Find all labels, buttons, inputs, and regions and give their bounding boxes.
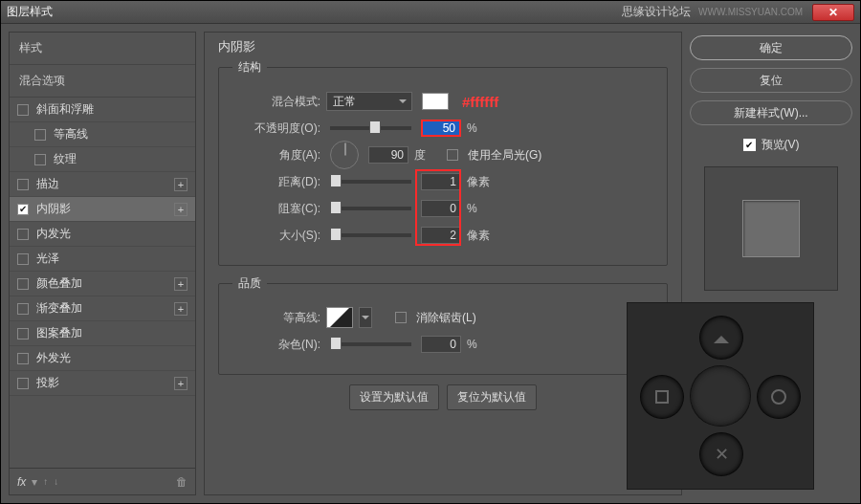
angle-unit: 度 [414,147,426,164]
opacity-slider[interactable] [330,126,411,130]
style-checkbox[interactable] [17,204,29,215]
blend-mode-select[interactable]: 正常 [326,92,412,111]
size-slider[interactable] [330,233,411,237]
circle-icon [771,389,786,405]
angle-dial[interactable] [330,141,359,169]
distance-input[interactable]: 1 [421,173,461,190]
style-checkbox[interactable] [17,179,29,190]
style-checkbox[interactable] [17,104,29,116]
style-checkbox[interactable] [34,154,46,165]
styles-list: 斜面和浮雕等高线纹理描边+内阴影+内发光光泽颜色叠加+渐变叠加+图案叠加外发光投… [10,98,195,468]
make-default-button[interactable]: 设置为默认值 [349,384,439,410]
titlebar[interactable]: 图层样式 思缘设计论坛 WWW.MISSYUAN.COM ✕ [1,1,860,24]
close-button[interactable]: ✕ [812,4,854,21]
style-row-9[interactable]: 图案叠加 [10,321,195,346]
style-label: 渐变叠加 [36,300,174,317]
angle-label: 角度(A): [232,147,320,164]
style-row-7[interactable]: 颜色叠加+ [10,272,195,296]
forum-label: 思缘设计论坛 [622,4,691,20]
style-row-3[interactable]: 描边+ [10,172,195,197]
options-panel: 内阴影 结构 混合模式: 正常 #ffffff 不透明度(O): 50 % 角度… [204,32,682,495]
antialias-checkbox[interactable] [395,312,407,323]
style-label: 颜色叠加 [36,275,174,292]
dpad-overlay: ✕ [627,302,814,490]
antialias-label: 消除锯齿(L) [416,310,476,326]
choke-input[interactable]: 0 [421,200,461,217]
preview-label: 预览(V) [762,137,800,153]
style-row-2[interactable]: 纹理 [10,147,195,172]
quality-group: 品质 等高线: 消除锯齿(L) 杂色(N): 0 % [218,275,668,375]
style-label: 斜面和浮雕 [36,101,188,118]
style-checkbox[interactable] [17,378,29,389]
style-checkbox[interactable] [34,129,46,141]
style-row-0[interactable]: 斜面和浮雕 [10,98,195,122]
add-instance-icon[interactable]: + [174,377,188,390]
styles-header[interactable]: 样式 [10,33,195,65]
style-row-10[interactable]: 外发光 [10,346,195,371]
style-label: 描边 [36,176,174,192]
opacity-label: 不透明度(O): [232,121,320,137]
style-row-4[interactable]: 内阴影+ [10,197,195,222]
structure-group: 结构 混合模式: 正常 #ffffff 不透明度(O): 50 % 角度(A):… [218,59,668,266]
noise-slider[interactable] [330,342,411,346]
add-instance-icon[interactable]: + [174,203,188,216]
distance-label: 距离(D): [232,174,320,190]
layer-style-dialog: 图层样式 思缘设计论坛 WWW.MISSYUAN.COM ✕ 样式 混合选项 斜… [0,0,861,504]
style-row-1[interactable]: 等高线 [10,122,195,147]
style-label: 外发光 [36,350,188,366]
dpad-circle-button[interactable] [758,376,800,418]
effect-title: 内阴影 [218,38,668,55]
add-instance-icon[interactable]: + [174,277,188,291]
style-row-6[interactable]: 光泽 [10,247,195,272]
global-light-label: 使用全局光(G) [468,147,541,164]
dpad-square-button[interactable] [641,376,683,418]
noise-label: 杂色(N): [232,337,320,353]
dpad-cross-button[interactable]: ✕ [700,433,742,475]
add-instance-icon[interactable]: + [174,178,188,191]
style-checkbox[interactable] [17,328,29,340]
color-swatch[interactable] [422,93,449,110]
size-label: 大小(S): [232,228,320,244]
choke-label: 阻塞(C): [232,201,320,217]
contour-dropdown[interactable] [359,307,372,328]
styles-footer: fx ▾ ↑ ↓ 🗑 [10,468,195,494]
style-checkbox[interactable] [17,303,29,315]
opacity-input[interactable]: 50 [421,120,461,137]
style-checkbox[interactable] [17,229,29,240]
blending-options-header[interactable]: 混合选项 [10,65,195,98]
quality-legend: 品质 [232,275,267,292]
chevron-down-icon[interactable]: ▾ [32,475,37,489]
style-row-11[interactable]: 投影+ [10,371,195,396]
preview-checkbox[interactable]: ✔ [743,139,756,151]
style-row-5[interactable]: 内发光 [10,222,195,247]
style-row-8[interactable]: 渐变叠加+ [10,296,195,321]
style-label: 光泽 [36,251,188,267]
style-checkbox[interactable] [17,353,29,364]
add-instance-icon[interactable]: + [174,302,188,316]
opacity-unit: % [467,121,477,135]
new-style-button[interactable]: 新建样式(W)... [690,100,852,125]
contour-picker[interactable] [326,307,353,328]
arrow-down-icon[interactable]: ↓ [54,476,58,487]
contour-label: 等高线: [232,310,320,326]
color-annotation: #ffffff [462,94,498,110]
arrow-up-icon[interactable]: ↑ [43,476,48,487]
style-checkbox[interactable] [17,253,29,265]
fx-icon[interactable]: fx [17,475,26,489]
angle-input[interactable]: 90 [368,146,408,164]
dpad-triangle-button[interactable] [700,317,742,359]
ok-button[interactable]: 确定 [690,35,852,60]
choke-slider[interactable] [330,207,411,210]
trash-icon[interactable]: 🗑 [176,475,188,489]
distance-slider[interactable] [330,180,411,184]
cancel-button[interactable]: 复位 [690,68,852,93]
style-label: 纹理 [54,151,188,167]
noise-input[interactable]: 0 [421,336,461,353]
global-light-checkbox[interactable] [447,149,458,161]
style-checkbox[interactable] [17,278,29,290]
dpad-ring [691,366,750,426]
size-input[interactable]: 2 [421,227,461,244]
reset-default-button[interactable]: 复位为默认值 [447,384,537,410]
styles-panel: 样式 混合选项 斜面和浮雕等高线纹理描边+内阴影+内发光光泽颜色叠加+渐变叠加+… [9,32,196,495]
triangle-icon [714,328,729,343]
